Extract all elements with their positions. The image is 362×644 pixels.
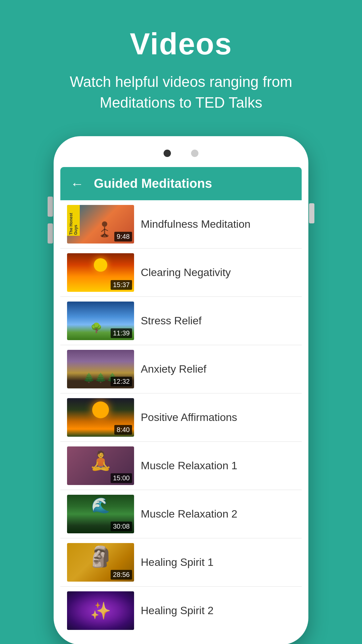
video-thumbnail: 🌲🌲🌲 12:32 xyxy=(67,350,134,388)
sun-icon xyxy=(94,258,107,272)
list-item[interactable]: The Honest Guys 9:48 xyxy=(60,200,302,249)
person-icon: 🧘 xyxy=(89,450,112,472)
video-duration: 12:32 xyxy=(111,377,132,386)
video-duration: 11:39 xyxy=(111,328,132,338)
video-title: Clearing Negativity xyxy=(141,266,295,279)
mandala-icon: ✨ xyxy=(90,601,111,621)
list-item[interactable]: ✨ Healing Spirit 2 xyxy=(60,587,302,635)
page-title: Videos xyxy=(130,27,232,61)
header-section: Videos Watch helpful videos ranging from… xyxy=(0,0,362,126)
video-title: Anxiety Relief xyxy=(141,363,295,375)
tree-icon: 🌳 xyxy=(90,322,102,333)
video-title: Mindfulness Meditation xyxy=(141,218,295,230)
video-duration: 9:48 xyxy=(114,232,132,241)
video-duration: 30:08 xyxy=(111,522,132,531)
video-title: Muscle Relaxation 2 xyxy=(141,508,295,520)
page-subtitle: Watch helpful videos ranging from Medita… xyxy=(34,71,328,113)
video-thumbnail: 🧘 15:00 xyxy=(67,446,134,485)
app-header: ← Guided Meditations xyxy=(60,167,302,200)
list-item[interactable]: 🌳 11:39 Stress Relief xyxy=(60,297,302,345)
back-button[interactable]: ← xyxy=(70,177,84,191)
thumbnail-image: The Honest Guys 9:48 xyxy=(67,205,134,244)
list-item[interactable]: 8:40 Positive Affirmations xyxy=(60,393,302,442)
phone-screen: ← Guided Meditations The Honest Guys xyxy=(60,167,302,635)
list-item[interactable]: 15:37 Clearing Negativity xyxy=(60,249,302,297)
thumbnail-image: 15:37 xyxy=(67,253,134,292)
thumbnail-image: 🧘 15:00 xyxy=(67,446,134,485)
phone-mockup: ← Guided Meditations The Honest Guys xyxy=(54,136,308,644)
phone-body: ← Guided Meditations The Honest Guys xyxy=(54,136,308,644)
sun-icon xyxy=(92,401,109,418)
thumbnail-image: 🌳 11:39 xyxy=(67,302,134,340)
video-thumbnail: 🌊 30:08 xyxy=(67,495,134,533)
video-duration: 15:00 xyxy=(111,473,132,483)
volume-up-button xyxy=(48,197,53,217)
thumbnail-image: 🌊 30:08 xyxy=(67,495,134,533)
video-title: Stress Relief xyxy=(141,315,295,327)
power-button xyxy=(309,203,314,223)
list-item[interactable]: 🧘 15:00 Muscle Relaxation 1 xyxy=(60,442,302,490)
side-buttons xyxy=(309,203,314,223)
left-buttons xyxy=(48,197,53,244)
list-item[interactable]: 🗿 28:56 Healing Spirit 1 xyxy=(60,538,302,587)
video-thumbnail: The Honest Guys 9:48 xyxy=(67,205,134,244)
video-thumbnail: 15:37 xyxy=(67,253,134,292)
list-item[interactable]: 🌲🌲🌲 12:32 Anxiety Relief xyxy=(60,345,302,393)
video-thumbnail: 8:40 xyxy=(67,398,134,437)
video-thumbnail: ✨ xyxy=(67,591,134,630)
video-title: Healing Spirit 2 xyxy=(141,604,295,617)
thumbnail-image: 8:40 xyxy=(67,398,134,437)
video-title: Muscle Relaxation 1 xyxy=(141,460,295,472)
camera-icon xyxy=(164,150,171,157)
video-title: Positive Affirmations xyxy=(141,411,295,424)
video-duration: 8:40 xyxy=(114,425,132,435)
video-title: Healing Spirit 1 xyxy=(141,556,295,569)
channel-badge: The Honest Guys xyxy=(67,205,80,236)
video-thumbnail: 🗿 28:56 xyxy=(67,543,134,582)
list-item[interactable]: 🌊 30:08 Muscle Relaxation 2 xyxy=(60,490,302,538)
thumbnail-image: 🗿 28:56 xyxy=(67,543,134,582)
thumbnail-image: ✨ xyxy=(67,591,134,630)
video-list: The Honest Guys 9:48 xyxy=(60,200,302,635)
screen-title: Guided Meditations xyxy=(94,176,212,191)
video-duration: 15:37 xyxy=(111,280,132,290)
video-duration: 28:56 xyxy=(111,570,132,580)
buddha-icon: 🗿 xyxy=(88,545,113,569)
thumbnail-image: 🌲🌲🌲 12:32 xyxy=(67,350,134,388)
phone-top-bar xyxy=(60,146,302,160)
speaker-icon xyxy=(191,150,198,157)
volume-down-button xyxy=(48,223,53,244)
waterfall-icon: 🌊 xyxy=(91,496,110,514)
svg-point-1 xyxy=(102,221,107,227)
video-thumbnail: 🌳 11:39 xyxy=(67,302,134,340)
svg-point-0 xyxy=(101,234,109,237)
